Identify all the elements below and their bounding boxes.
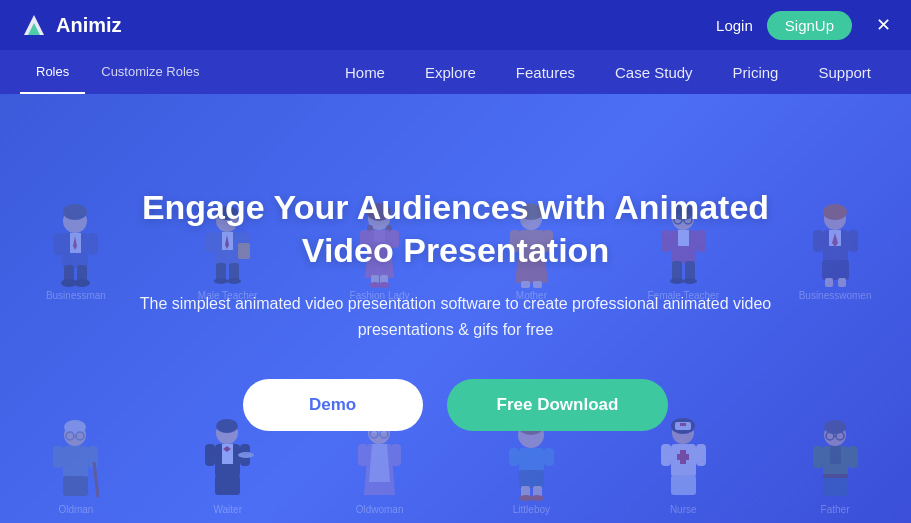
svg-rect-102 [509,448,519,466]
svg-rect-62 [829,230,841,246]
svg-rect-5 [70,233,81,253]
svg-point-3 [63,204,87,220]
char-label-waiter: Waiter [213,504,242,515]
svg-point-121 [826,432,834,440]
svg-rect-61 [823,230,848,263]
svg-point-108 [530,495,544,501]
svg-point-107 [519,495,533,501]
svg-point-89 [238,452,254,458]
svg-rect-104 [519,470,544,488]
svg-point-85 [225,447,229,451]
svg-point-119 [824,424,846,446]
svg-point-60 [823,204,847,220]
svg-rect-126 [823,476,848,496]
svg-point-10 [74,279,90,287]
svg-rect-74 [63,446,88,478]
logo-icon [20,11,48,39]
svg-point-59 [824,208,846,230]
svg-point-71 [66,432,74,440]
nav-support[interactable]: Support [798,50,891,94]
svg-rect-88 [240,444,250,466]
svg-rect-75 [63,476,88,496]
svg-rect-117 [661,444,671,466]
char-label-father: Father [821,504,850,515]
hero-title: Engage Your Audiences with Animated Vide… [136,186,776,271]
close-icon[interactable]: ✕ [876,14,891,36]
svg-rect-8 [77,265,87,283]
free-download-button[interactable]: Free Download [447,379,669,431]
hero-content: Engage Your Audiences with Animated Vide… [116,186,796,430]
nav-case-study[interactable]: Case Study [595,50,713,94]
svg-point-122 [836,432,844,440]
svg-rect-103 [544,448,554,466]
svg-rect-87 [205,444,215,466]
svg-rect-65 [825,278,833,287]
svg-rect-12 [88,233,98,255]
svg-rect-114 [680,450,686,464]
hero-buttons: Demo Free Download [136,379,776,431]
char-label-oldman: Oldman [58,504,93,515]
demo-button[interactable]: Demo [243,379,423,431]
svg-marker-83 [223,446,227,452]
nav-pricing[interactable]: Pricing [713,50,799,94]
svg-rect-97 [358,444,368,466]
svg-rect-82 [222,444,233,464]
svg-rect-4 [62,233,88,268]
svg-marker-6 [73,236,77,250]
svg-rect-7 [64,265,74,283]
top-bar: Animiz Login SignUp ✕ [0,0,911,50]
hero-section: Businessman Male Teacher [0,94,911,523]
tab-customize-roles[interactable]: Customize Roles [85,50,215,94]
svg-line-78 [94,462,98,497]
svg-rect-105 [521,486,530,498]
sub-tabs: Roles Customize Roles [20,50,216,94]
char-label-oldwoman: Oldwoman [356,504,404,515]
top-bar-right: Login SignUp ✕ [716,11,891,40]
login-button[interactable]: Login [716,17,753,34]
nav-features[interactable]: Features [496,50,595,94]
svg-rect-116 [671,475,696,495]
logo-area: Animiz [20,11,122,39]
svg-rect-77 [88,446,98,468]
svg-rect-68 [848,230,858,252]
sub-bar: Roles Customize Roles Home Explore Featu… [0,50,911,94]
svg-rect-66 [838,278,846,287]
signup-button[interactable]: SignUp [767,11,852,40]
svg-rect-98 [391,444,401,466]
svg-rect-86 [215,475,240,495]
char-label-businesswomen: Businesswomen [799,290,872,301]
main-nav: Home Explore Features Case Study Pricing… [325,50,891,94]
svg-point-72 [76,432,84,440]
svg-rect-11 [53,233,63,255]
svg-point-70 [64,420,86,434]
tab-roles[interactable]: Roles [20,50,85,94]
svg-rect-67 [813,230,823,252]
svg-rect-115 [677,454,689,460]
svg-point-94 [380,430,388,438]
svg-rect-128 [813,446,823,468]
nav-explore[interactable]: Explore [405,50,496,94]
svg-rect-64 [822,260,849,280]
svg-rect-76 [53,446,63,468]
svg-rect-127 [823,474,848,478]
svg-marker-84 [227,446,231,452]
nav-home[interactable]: Home [325,50,405,94]
hero-subtitle: The simplest animated video presentation… [136,291,776,342]
svg-rect-101 [519,448,544,472]
svg-point-120 [824,420,846,434]
logo-text: Animiz [56,14,122,37]
svg-rect-81 [215,444,240,477]
svg-marker-95 [364,444,395,495]
svg-rect-113 [671,444,696,477]
char-label-nurse: Nurse [670,504,697,515]
char-label-littleboy: Littleboy [513,504,550,515]
svg-rect-106 [533,486,542,498]
char-label-businessman: Businessman [46,290,106,301]
svg-point-93 [370,430,378,438]
svg-point-69 [64,424,86,446]
svg-rect-118 [696,444,706,466]
svg-point-2 [63,209,87,233]
svg-marker-96 [369,444,390,482]
svg-rect-124 [823,446,848,478]
svg-rect-129 [848,446,858,468]
